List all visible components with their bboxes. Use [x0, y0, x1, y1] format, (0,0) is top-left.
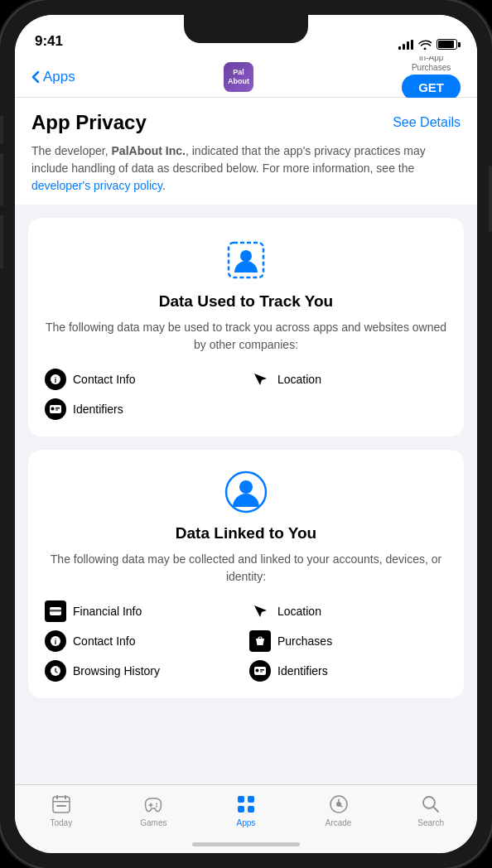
svg-rect-6	[55, 407, 60, 409]
svg-point-31	[336, 802, 341, 807]
linked-card-title: Data Linked to You	[45, 524, 447, 542]
track-icon-wrap	[45, 238, 447, 282]
home-indicator	[192, 842, 300, 846]
svg-point-16	[256, 669, 259, 673]
linked-data-items: Financial Info Location	[45, 600, 447, 682]
svg-point-5	[51, 407, 55, 411]
svg-rect-20	[56, 795, 58, 799]
power-button	[489, 166, 492, 232]
get-button-area: In-AppPurchases GET	[402, 53, 461, 100]
track-card-desc: The following data may be used to track …	[45, 319, 447, 354]
tab-search[interactable]: Search	[384, 793, 477, 827]
linked-identifiers: Identifiers	[249, 660, 447, 682]
track-card: Data Used to Track You The following dat…	[28, 218, 464, 436]
get-button[interactable]: GET	[402, 75, 461, 100]
svg-rect-21	[65, 795, 66, 799]
purchases-label: Purchases	[277, 634, 332, 648]
location-arrow-icon	[249, 369, 271, 390]
track-identifiers: Identifiers	[45, 398, 243, 420]
linked-browsing: Browsing History	[45, 660, 243, 682]
card-icon	[45, 600, 66, 622]
phone-frame: 9:41	[0, 0, 492, 868]
svg-text:i: i	[55, 376, 57, 384]
apps-label: Apps	[237, 818, 256, 827]
games-label: Games	[140, 818, 166, 827]
linked-location: Location	[249, 600, 447, 622]
svg-rect-18	[260, 672, 263, 673]
svg-point-1	[240, 250, 252, 262]
id-card-icon2	[249, 660, 271, 682]
signal-icon	[398, 40, 413, 50]
tab-apps[interactable]: Apps	[200, 793, 292, 827]
track-contact-info: i Contact Info	[45, 369, 243, 390]
clock-icon	[45, 660, 66, 682]
search-icon	[420, 793, 441, 815]
contact-info-label: Contact Info	[73, 373, 136, 386]
battery-icon	[437, 39, 457, 50]
shopping-bag-icon	[249, 630, 271, 652]
notch	[184, 15, 308, 43]
svg-rect-29	[248, 806, 254, 813]
volume-silent-button	[0, 116, 3, 144]
svg-rect-19	[53, 797, 70, 813]
linked-card-desc: The following data may be collected and …	[45, 551, 447, 586]
linked-financial: Financial Info	[45, 600, 243, 622]
privacy-description: The developer, PalAbout Inc., indicated …	[31, 142, 461, 195]
svg-rect-28	[238, 806, 244, 813]
back-button[interactable]: Apps	[31, 69, 75, 85]
chevron-left-icon	[31, 70, 40, 84]
svg-rect-11	[50, 610, 61, 612]
app-icon: PalAbout	[224, 62, 253, 92]
linked-icon	[224, 470, 268, 514]
status-icons	[398, 39, 457, 50]
contact-info-label2: Contact Info	[73, 634, 136, 648]
svg-point-24	[156, 803, 157, 805]
info-circle-icon2: i	[45, 630, 66, 652]
linked-card: Data Linked to You The following data ma…	[28, 450, 464, 698]
browsing-history-label: Browsing History	[73, 664, 160, 678]
volume-down-button	[0, 215, 3, 268]
track-icon	[224, 238, 268, 282]
svg-rect-23	[56, 805, 66, 807]
app-icon-area: PalAbout	[224, 62, 253, 92]
linked-icon-wrap	[45, 470, 447, 514]
status-time: 9:41	[35, 33, 63, 50]
id-card-icon	[45, 398, 66, 420]
arcade-label: Arcade	[326, 818, 352, 827]
linked-contact: i Contact Info	[45, 630, 243, 652]
search-label: Search	[417, 818, 444, 827]
games-icon	[142, 793, 164, 815]
today-icon	[51, 793, 72, 815]
identifiers-label: Identifiers	[73, 403, 123, 416]
svg-rect-22	[53, 801, 70, 803]
tab-today[interactable]: Today	[15, 793, 108, 827]
scroll-content: App Privacy See Details The developer, P…	[15, 98, 477, 784]
privacy-title-row: App Privacy See Details	[31, 111, 461, 134]
svg-point-25	[156, 806, 157, 808]
back-label: Apps	[43, 69, 75, 85]
track-data-items: i Contact Info Location	[45, 369, 447, 420]
wifi-icon	[418, 40, 432, 50]
track-location: Location	[249, 369, 447, 390]
financial-info-label: Financial Info	[73, 605, 142, 618]
tab-games[interactable]: Games	[108, 793, 200, 827]
privacy-policy-link[interactable]: developer's privacy policy	[31, 179, 162, 192]
track-card-title: Data Used to Track You	[45, 292, 447, 311]
linked-purchases: Purchases	[249, 630, 447, 652]
nav-bar: Apps PalAbout In-AppPurchases GET	[15, 56, 477, 98]
volume-up-button	[0, 153, 3, 206]
svg-rect-17	[260, 669, 264, 671]
location-label: Location	[277, 373, 321, 386]
svg-text:i: i	[55, 638, 57, 646]
see-details-link[interactable]: See Details	[393, 115, 461, 130]
today-label: Today	[50, 818, 72, 827]
location-arrow-icon2	[249, 600, 271, 622]
phone-screen: 9:41	[15, 15, 477, 853]
svg-point-9	[239, 480, 253, 494]
identifiers-label2: Identifiers	[277, 664, 328, 678]
apps-icon	[235, 793, 257, 815]
info-circle-icon: i	[45, 369, 66, 390]
tab-arcade[interactable]: Arcade	[292, 793, 385, 827]
svg-rect-26	[238, 796, 244, 803]
svg-rect-7	[55, 410, 58, 411]
